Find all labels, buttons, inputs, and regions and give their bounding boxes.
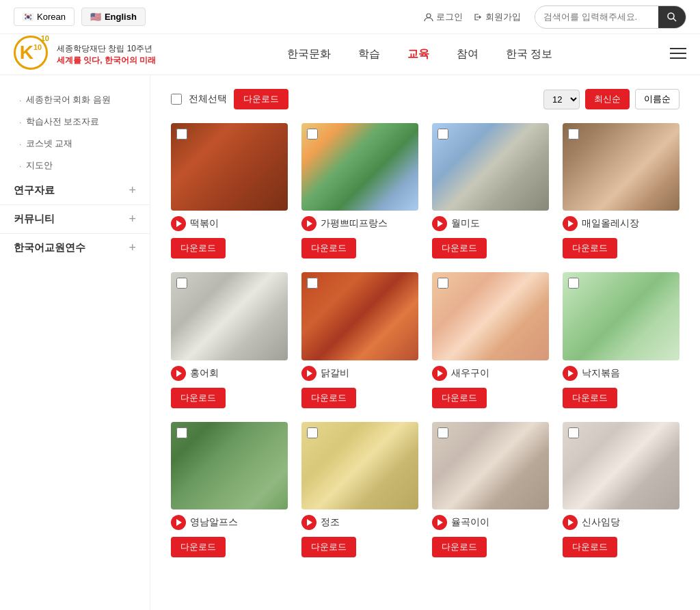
grid-item-title: 닭갈비: [321, 367, 349, 380]
logo-line2: 세계를 잇다, 한국어의 미래: [57, 55, 156, 66]
download-button[interactable]: 다운로드: [432, 537, 487, 557]
us-flag-icon: 🇺🇸: [90, 12, 101, 22]
search-box: [535, 5, 686, 29]
download-button[interactable]: 다운로드: [171, 238, 226, 258]
item-checkbox[interactable]: [307, 278, 318, 289]
logo-circle: K10: [14, 36, 48, 70]
nav-item-학습[interactable]: 학습: [358, 44, 380, 65]
sidebar-menu-label: 연구자료: [14, 184, 55, 197]
play-icon[interactable]: [171, 366, 186, 381]
grid-item: 낙지볶음 다운로드: [563, 272, 679, 408]
signup-link[interactable]: 회원가입: [473, 11, 521, 23]
nav-item-한국 정보[interactable]: 한국 정보: [506, 44, 552, 65]
hamburger-menu[interactable]: [670, 46, 686, 64]
search-input[interactable]: [535, 12, 658, 22]
grid-item-title-row: 신사임당: [563, 515, 679, 530]
sidebar-menu-item[interactable]: 한국어교원연수+: [0, 233, 150, 262]
korean-lang-button[interactable]: 🇰🇷 Korean: [14, 8, 75, 26]
sort-latest-button[interactable]: 최신순: [585, 89, 630, 109]
download-button[interactable]: 다운로드: [563, 238, 617, 258]
item-checkbox[interactable]: [438, 129, 448, 140]
play-icon[interactable]: [301, 366, 317, 381]
grid-item-image: [432, 272, 549, 360]
download-button[interactable]: 다운로드: [171, 388, 226, 408]
download-all-button[interactable]: 다운로드: [234, 89, 288, 109]
download-button[interactable]: 다운로드: [432, 238, 487, 258]
nav-item-한국문화[interactable]: 한국문화: [287, 44, 331, 65]
grid-item-title-row: 떡볶이: [171, 216, 288, 231]
play-icon[interactable]: [171, 216, 186, 231]
play-icon[interactable]: [432, 366, 447, 381]
grid-item-title-row: 홍어회: [171, 366, 288, 381]
sidebar: 세종한국어 회화 음원학습사전 보조자료코스넷 교재지도안 연구자료+커뮤니티+…: [0, 75, 150, 610]
grid-item-image: [301, 123, 418, 211]
play-icon[interactable]: [432, 216, 447, 231]
item-checkbox[interactable]: [438, 278, 448, 289]
nav-item-참여[interactable]: 참여: [457, 44, 479, 65]
grid-item: 홍어회 다운로드: [171, 272, 288, 408]
login-link[interactable]: 로그인: [424, 11, 463, 23]
svg-line-2: [673, 18, 676, 21]
grid-item-image: [301, 422, 418, 509]
play-icon[interactable]: [301, 216, 317, 231]
download-button[interactable]: 다운로드: [171, 537, 226, 557]
sidebar-sub-item[interactable]: 학습사전 보조자료: [0, 111, 150, 133]
logo-text: 세종학당재단 창립 10주년 세계를 잇다, 한국어의 미래: [57, 43, 156, 66]
item-checkbox[interactable]: [176, 427, 187, 438]
item-checkbox[interactable]: [307, 427, 318, 438]
play-icon[interactable]: [563, 216, 578, 231]
download-button[interactable]: 다운로드: [563, 388, 617, 408]
download-button[interactable]: 다운로드: [301, 388, 356, 408]
sidebar-plus-icon: +: [129, 241, 136, 255]
sidebar-plus-icon: +: [129, 183, 136, 198]
select-all-checkbox[interactable]: [171, 94, 182, 105]
grid-item: 영남알프스 다운로드: [171, 422, 288, 557]
english-lang-button[interactable]: 🇺🇸 English: [81, 8, 146, 26]
logo-line1: 세종학당재단 창립 10주년: [57, 43, 156, 55]
grid-item-title: 신사임당: [582, 516, 620, 529]
grid-item-title-row: 매일올레시장: [563, 216, 679, 231]
play-icon[interactable]: [563, 515, 578, 530]
sort-name-button[interactable]: 이름순: [635, 89, 679, 109]
play-icon[interactable]: [432, 515, 447, 530]
grid-item-title: 율곡이이: [451, 516, 489, 529]
sidebar-menu-item[interactable]: 커뮤니티+: [0, 204, 150, 233]
grid-item-title-row: 닭갈비: [301, 366, 418, 381]
download-button[interactable]: 다운로드: [301, 238, 356, 258]
play-icon[interactable]: [171, 515, 186, 530]
logo-area: K10 세종학당재단 창립 10주년 세계를 잇다, 한국어의 미래: [14, 36, 156, 73]
korean-flag-icon: 🇰🇷: [23, 12, 33, 22]
item-checkbox[interactable]: [438, 427, 448, 438]
grid-item-image: [301, 272, 418, 360]
sidebar-sub-item[interactable]: 세종한국어 회화 음원: [0, 89, 150, 111]
korean-lang-label: Korean: [37, 12, 66, 22]
item-checkbox[interactable]: [176, 129, 187, 140]
nav-item-교육[interactable]: 교육: [407, 44, 429, 65]
search-button[interactable]: [658, 5, 686, 29]
play-icon[interactable]: [301, 515, 317, 530]
svg-point-1: [668, 13, 674, 19]
sidebar-menu-item[interactable]: 연구자료+: [0, 176, 150, 204]
language-selector: 🇰🇷 Korean 🇺🇸 English: [14, 8, 146, 26]
item-checkbox[interactable]: [568, 129, 579, 140]
play-icon[interactable]: [563, 366, 578, 381]
grid-item: 매일올레시장 다운로드: [563, 123, 679, 258]
sidebar-sub-item[interactable]: 지도안: [0, 155, 150, 176]
download-button[interactable]: 다운로드: [432, 388, 487, 408]
download-button[interactable]: 다운로드: [301, 537, 356, 557]
download-button[interactable]: 다운로드: [563, 537, 617, 557]
grid-item: 새우구이 다운로드: [432, 272, 549, 408]
item-checkbox[interactable]: [176, 278, 187, 289]
items-grid: 떡볶이 다운로드 가평쁘띠프랑스 다운로드 월미도 다운로드 매일올레시장 다운…: [171, 123, 679, 557]
item-checkbox[interactable]: [307, 129, 318, 140]
grid-item: 떡볶이 다운로드: [171, 123, 288, 258]
per-page-select[interactable]: 12 24 36: [543, 90, 580, 109]
grid-item-title: 떡볶이: [190, 217, 219, 230]
sidebar-sub-item[interactable]: 코스넷 교재: [0, 133, 150, 155]
sidebar-menu-label: 커뮤니티: [14, 213, 55, 226]
item-checkbox[interactable]: [568, 427, 579, 438]
filter-left: 전체선택 다운로드: [171, 89, 288, 109]
item-checkbox[interactable]: [568, 278, 579, 289]
grid-item-image: [563, 123, 679, 211]
filter-bar: 전체선택 다운로드 12 24 36 최신순 이름순: [171, 89, 679, 109]
